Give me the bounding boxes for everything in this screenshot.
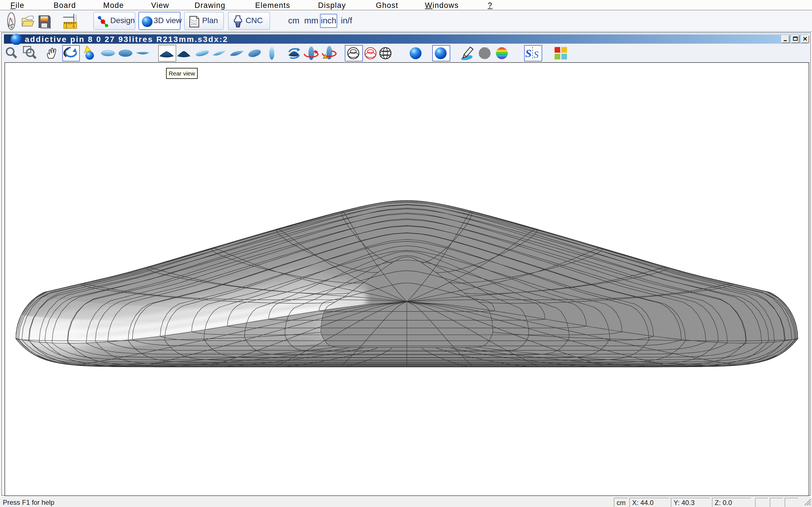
- svg-text:1: 1: [65, 24, 67, 29]
- svg-text:0: 0: [73, 24, 75, 29]
- svg-text:S: S: [525, 47, 531, 60]
- svg-text:S: S: [534, 49, 539, 60]
